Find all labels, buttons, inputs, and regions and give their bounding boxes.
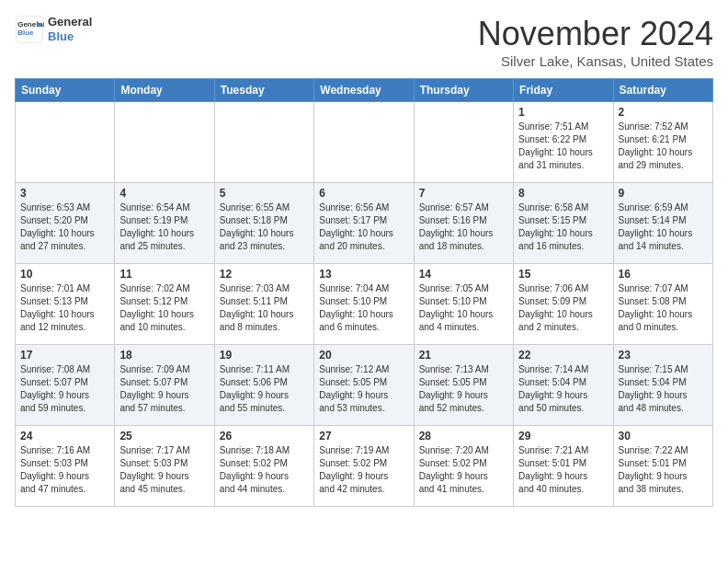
day-info: Sunrise: 6:53 AM Sunset: 5:20 PM Dayligh… [20,201,109,253]
day-number: 7 [419,187,508,200]
day-number: 13 [319,268,408,281]
calendar-cell: 8Sunrise: 6:58 AM Sunset: 5:15 PM Daylig… [514,183,613,264]
calendar-cell: 7Sunrise: 6:57 AM Sunset: 5:16 PM Daylig… [414,183,513,264]
day-number: 30 [619,430,708,442]
day-info: Sunrise: 6:58 AM Sunset: 5:15 PM Dayligh… [518,201,608,253]
svg-text:Blue: Blue [17,29,34,37]
calendar-cell: 20Sunrise: 7:12 AM Sunset: 5:05 PM Dayli… [314,345,414,426]
calendar-cell: 24Sunrise: 7:16 AM Sunset: 5:03 PM Dayli… [16,426,115,507]
day-number: 29 [518,430,608,442]
logo-icon: General Blue [15,15,44,44]
calendar-cell: 14Sunrise: 7:05 AM Sunset: 5:10 PM Dayli… [414,264,513,345]
day-number: 27 [319,430,408,442]
day-number: 2 [619,106,708,119]
calendar-cell [16,102,115,183]
day-info: Sunrise: 6:57 AM Sunset: 5:16 PM Dayligh… [419,201,508,253]
month-title: November 2024 [478,15,713,53]
day-number: 8 [518,187,608,200]
logo-text-blue: Blue [48,29,92,44]
day-number: 28 [419,430,508,442]
calendar-week-4: 17Sunrise: 7:08 AM Sunset: 5:07 PM Dayli… [16,345,713,426]
calendar-cell: 19Sunrise: 7:11 AM Sunset: 5:06 PM Dayli… [214,345,313,426]
weekday-header-saturday: Saturday [613,79,712,102]
day-number: 21 [419,349,508,362]
weekday-header-sunday: Sunday [16,79,115,102]
day-number: 10 [20,268,109,281]
calendar-cell: 1Sunrise: 7:51 AM Sunset: 6:22 PM Daylig… [514,102,613,183]
calendar-cell: 18Sunrise: 7:09 AM Sunset: 5:07 PM Dayli… [115,345,214,426]
day-info: Sunrise: 7:16 AM Sunset: 5:03 PM Dayligh… [20,444,109,496]
day-number: 14 [419,268,508,281]
calendar-cell: 3Sunrise: 6:53 AM Sunset: 5:20 PM Daylig… [16,183,115,264]
day-info: Sunrise: 7:52 AM Sunset: 6:21 PM Dayligh… [619,121,708,172]
day-info: Sunrise: 7:06 AM Sunset: 5:09 PM Dayligh… [518,282,608,334]
day-number: 26 [220,430,309,442]
day-number: 4 [119,187,209,200]
day-info: Sunrise: 7:22 AM Sunset: 5:01 PM Dayligh… [619,444,708,496]
day-number: 6 [319,187,408,200]
day-info: Sunrise: 7:04 AM Sunset: 5:10 PM Dayligh… [319,282,408,334]
day-info: Sunrise: 7:07 AM Sunset: 5:08 PM Dayligh… [619,282,708,334]
day-info: Sunrise: 7:01 AM Sunset: 5:13 PM Dayligh… [20,282,109,334]
title-block: November 2024 Silver Lake, Kansas, Unite… [478,15,713,69]
calendar-cell: 4Sunrise: 6:54 AM Sunset: 5:19 PM Daylig… [115,183,214,264]
day-info: Sunrise: 7:12 AM Sunset: 5:05 PM Dayligh… [319,363,408,415]
calendar-cell: 22Sunrise: 7:14 AM Sunset: 5:04 PM Dayli… [514,345,613,426]
calendar-cell: 25Sunrise: 7:17 AM Sunset: 5:03 PM Dayli… [115,426,214,507]
day-number: 23 [619,349,708,362]
day-info: Sunrise: 6:55 AM Sunset: 5:18 PM Dayligh… [220,201,309,253]
location-subtitle: Silver Lake, Kansas, United States [478,53,713,69]
calendar-cell: 9Sunrise: 6:59 AM Sunset: 5:14 PM Daylig… [613,183,712,264]
day-info: Sunrise: 7:17 AM Sunset: 5:03 PM Dayligh… [119,444,209,496]
calendar-cell: 13Sunrise: 7:04 AM Sunset: 5:10 PM Dayli… [314,264,414,345]
logo: General Blue General Blue [15,15,92,44]
day-info: Sunrise: 7:09 AM Sunset: 5:07 PM Dayligh… [119,363,209,415]
day-number: 24 [20,430,109,442]
day-number: 11 [119,268,209,281]
day-number: 5 [220,187,309,200]
day-info: Sunrise: 6:54 AM Sunset: 5:19 PM Dayligh… [119,201,209,253]
calendar-cell: 12Sunrise: 7:03 AM Sunset: 5:11 PM Dayli… [214,264,313,345]
day-info: Sunrise: 6:56 AM Sunset: 5:17 PM Dayligh… [319,201,408,253]
calendar-cell: 11Sunrise: 7:02 AM Sunset: 5:12 PM Dayli… [115,264,214,345]
calendar-cell: 27Sunrise: 7:19 AM Sunset: 5:02 PM Dayli… [314,426,414,507]
day-info: Sunrise: 7:21 AM Sunset: 5:01 PM Dayligh… [518,444,608,496]
weekday-header-thursday: Thursday [414,79,513,102]
weekday-header-monday: Monday [115,79,214,102]
calendar-cell: 10Sunrise: 7:01 AM Sunset: 5:13 PM Dayli… [16,264,115,345]
weekday-header-tuesday: Tuesday [214,79,313,102]
day-info: Sunrise: 7:20 AM Sunset: 5:02 PM Dayligh… [419,444,508,496]
day-number: 18 [119,349,209,362]
calendar-cell: 17Sunrise: 7:08 AM Sunset: 5:07 PM Dayli… [16,345,115,426]
day-number: 3 [20,187,109,200]
day-number: 16 [619,268,708,281]
day-info: Sunrise: 7:02 AM Sunset: 5:12 PM Dayligh… [119,282,209,334]
calendar-cell: 5Sunrise: 6:55 AM Sunset: 5:18 PM Daylig… [214,183,313,264]
weekday-header-friday: Friday [514,79,613,102]
day-info: Sunrise: 7:08 AM Sunset: 5:07 PM Dayligh… [20,363,109,415]
calendar-week-5: 24Sunrise: 7:16 AM Sunset: 5:03 PM Dayli… [16,426,713,507]
calendar-cell: 28Sunrise: 7:20 AM Sunset: 5:02 PM Dayli… [414,426,513,507]
header: General Blue General Blue November 2024 … [15,15,713,69]
day-number: 22 [518,349,608,362]
calendar-cell: 29Sunrise: 7:21 AM Sunset: 5:01 PM Dayli… [514,426,613,507]
calendar-cell: 21Sunrise: 7:13 AM Sunset: 5:05 PM Dayli… [414,345,513,426]
day-number: 9 [619,187,708,200]
calendar-cell: 6Sunrise: 6:56 AM Sunset: 5:17 PM Daylig… [314,183,414,264]
day-number: 15 [518,268,608,281]
day-info: Sunrise: 7:13 AM Sunset: 5:05 PM Dayligh… [419,363,508,415]
day-number: 20 [319,349,408,362]
day-number: 1 [518,106,608,119]
calendar-cell: 16Sunrise: 7:07 AM Sunset: 5:08 PM Dayli… [613,264,712,345]
calendar-table: SundayMondayTuesdayWednesdayThursdayFrid… [15,78,713,507]
day-info: Sunrise: 7:51 AM Sunset: 6:22 PM Dayligh… [518,121,608,172]
day-number: 25 [119,430,209,442]
calendar-cell: 26Sunrise: 7:18 AM Sunset: 5:02 PM Dayli… [214,426,313,507]
day-info: Sunrise: 7:14 AM Sunset: 5:04 PM Dayligh… [518,363,608,415]
calendar-week-3: 10Sunrise: 7:01 AM Sunset: 5:13 PM Dayli… [16,264,713,345]
weekday-header-wednesday: Wednesday [314,79,414,102]
calendar-week-2: 3Sunrise: 6:53 AM Sunset: 5:20 PM Daylig… [16,183,713,264]
calendar-cell [414,102,513,183]
day-number: 19 [220,349,309,362]
page-container: General Blue General Blue November 2024 … [0,0,728,514]
